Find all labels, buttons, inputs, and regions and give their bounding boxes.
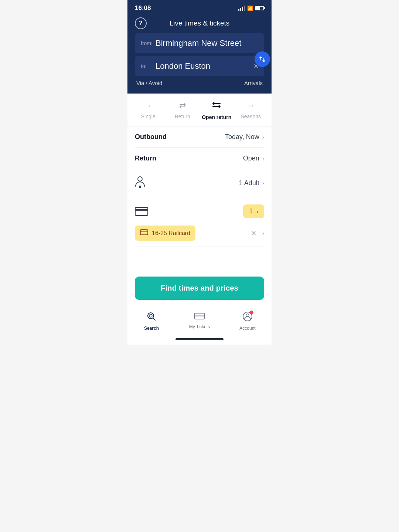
seasons-icon: ↔ <box>247 101 255 111</box>
outbound-label: Outbound <box>135 133 167 141</box>
nav-account[interactable]: Account <box>224 310 272 332</box>
tab-seasons[interactable]: ↔ Seasons <box>234 101 268 120</box>
from-label: from: <box>141 40 153 46</box>
home-bar <box>175 338 224 340</box>
railcard-item: 16-25 Railcard ✕ › <box>135 223 264 244</box>
home-indicator <box>127 335 272 345</box>
header-title: Live times & tickets <box>170 19 230 27</box>
swap-button[interactable] <box>255 51 270 67</box>
to-value: London Euston <box>156 61 210 71</box>
railcard-badge[interactable]: 16-25 Railcard <box>135 226 195 241</box>
open-return-label: Open return <box>202 114 231 120</box>
railcard-remove-button[interactable]: ✕ <box>251 229 256 237</box>
nav-my-tickets[interactable]: My Tickets <box>175 310 224 332</box>
single-label: Single <box>141 113 156 119</box>
railcard-count-chevron: › <box>256 209 258 214</box>
to-label: to: <box>141 63 153 69</box>
svg-rect-7 <box>195 315 204 316</box>
from-field[interactable]: from: Birmingham New Street <box>135 33 264 53</box>
notification-dot <box>250 311 253 314</box>
trip-tabs: → Single ⇄ Return Open return ↔ Seasons <box>127 94 272 126</box>
header-top: ? Live times & tickets <box>135 19 264 27</box>
via-avoid-button[interactable]: Via / Avoid <box>136 80 162 86</box>
main-content: Outbound Today, Now › Return Open › 1 Ad… <box>127 126 272 247</box>
return-label: Return <box>135 155 156 162</box>
svg-rect-3 <box>140 231 148 232</box>
sub-options: Via / Avoid Arrivals <box>135 76 264 86</box>
open-return-icon <box>211 101 222 111</box>
railcard-actions: ✕ › <box>251 229 264 237</box>
railcard-chevron: › <box>262 230 264 237</box>
status-time: 16:08 <box>135 4 151 12</box>
search-label: Search <box>144 326 159 331</box>
return-chevron: › <box>262 155 264 162</box>
passengers-chevron: › <box>262 180 264 186</box>
search-icon <box>146 311 157 324</box>
return-value: Open › <box>243 155 264 162</box>
person-icon <box>135 176 145 190</box>
status-bar: 16:08 📶 <box>127 0 272 15</box>
tab-open-return[interactable]: Open return <box>200 101 234 120</box>
passengers-row[interactable]: 1 Adult › <box>135 169 264 197</box>
tab-single[interactable]: → Single <box>131 101 166 120</box>
bottom-nav: Search My Tickets Account <box>127 306 272 335</box>
find-btn-container: Find times and prices <box>127 269 272 306</box>
outbound-chevron: › <box>262 134 264 140</box>
railcard-badge-icon <box>140 229 148 237</box>
status-icons: 📶 <box>238 6 264 11</box>
wifi-icon: 📶 <box>247 6 253 11</box>
help-button[interactable]: ? <box>135 17 147 29</box>
arrivals-button[interactable]: Arrivals <box>244 80 263 86</box>
content-spacer <box>127 247 272 269</box>
return-icon: ⇄ <box>179 101 186 111</box>
swap-icon <box>259 55 266 63</box>
my-tickets-icon <box>194 311 205 323</box>
my-tickets-label: My Tickets <box>189 324 210 329</box>
account-label: Account <box>239 326 255 331</box>
signal-icon <box>238 6 245 11</box>
nav-search[interactable]: Search <box>127 310 175 332</box>
to-field[interactable]: to: London Euston ✕ <box>135 56 264 76</box>
from-value: Birmingham New Street <box>156 38 241 48</box>
railcard-section: 1 › 16-25 Railcard ✕ › <box>135 197 264 247</box>
tab-return[interactable]: ⇄ Return <box>166 101 200 120</box>
search-fields: from: Birmingham New Street to: London E… <box>135 33 264 76</box>
railcard-count-row: 1 › <box>135 201 264 223</box>
credit-card-icon <box>135 207 148 216</box>
seasons-label: Seasons <box>241 113 261 119</box>
battery-icon <box>255 6 264 10</box>
account-icon-wrapper <box>242 311 253 324</box>
outbound-value: Today, Now › <box>225 133 264 141</box>
railcard-count-button[interactable]: 1 › <box>243 204 264 218</box>
svg-point-0 <box>138 177 142 181</box>
svg-rect-1 <box>139 186 141 188</box>
return-row[interactable]: Return Open › <box>135 148 264 169</box>
single-icon: → <box>144 101 152 111</box>
passengers-value: 1 Adult › <box>239 179 264 187</box>
return-label: Return <box>175 113 190 119</box>
outbound-row[interactable]: Outbound Today, Now › <box>135 126 264 148</box>
header: ? Live times & tickets from: Birmingham … <box>127 15 272 94</box>
find-times-button[interactable]: Find times and prices <box>135 277 264 300</box>
svg-point-5 <box>149 314 152 317</box>
